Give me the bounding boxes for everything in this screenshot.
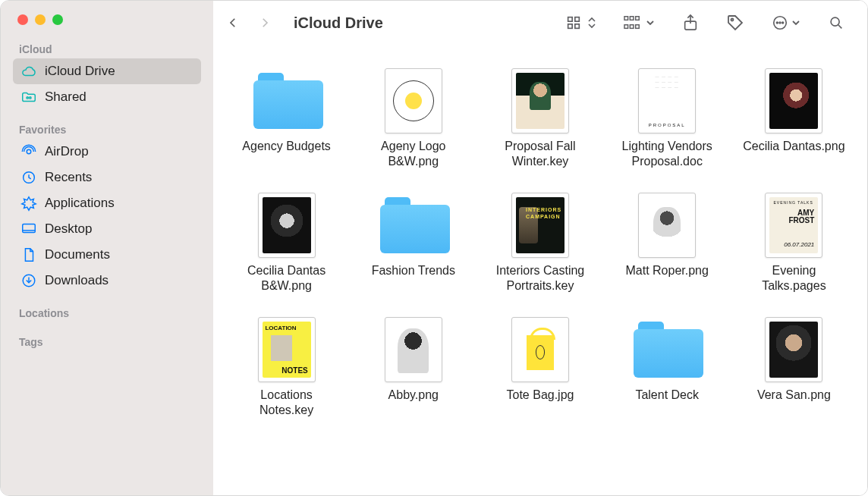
sidebar-item-label: Downloads bbox=[45, 273, 108, 288]
file-grid-area[interactable]: Agency Budgets Ageny Logo B&W.png Propos… bbox=[213, 45, 867, 495]
file-thumbnail bbox=[385, 317, 442, 382]
sidebar-item-desktop[interactable]: Desktop bbox=[13, 216, 201, 242]
item-label: Interiors Casting Portraits.key bbox=[488, 263, 592, 294]
item-thumb: INTERIORSCAMPAIGN bbox=[507, 192, 574, 259]
svg-rect-15 bbox=[636, 25, 640, 29]
sidebar-item-icloud-drive[interactable]: iCloud Drive bbox=[13, 58, 201, 84]
sidebar-header-tags: Tags bbox=[13, 331, 201, 351]
main-content: iCloud Drive bbox=[213, 1, 867, 495]
sidebar-item-shared[interactable]: Shared bbox=[13, 84, 201, 110]
file-item[interactable]: — — — —— — — —— — — —PROPOSAL Lighting V… bbox=[615, 67, 719, 169]
fullscreen-window-button[interactable] bbox=[52, 14, 63, 25]
file-thumbnail bbox=[258, 193, 316, 258]
desktop-icon bbox=[20, 221, 37, 237]
item-thumb: — — — —— — — —— — — —PROPOSAL bbox=[634, 67, 700, 134]
file-item[interactable]: Vera San.png bbox=[742, 316, 846, 418]
sidebar-item-recents[interactable]: Recents bbox=[13, 165, 201, 190]
folder-item[interactable]: Agency Budgets bbox=[234, 67, 338, 169]
tag-icon bbox=[726, 14, 744, 32]
view-mode-button[interactable] bbox=[561, 10, 600, 36]
svg-point-0 bbox=[27, 97, 28, 99]
folder-item[interactable]: Talent Deck bbox=[615, 316, 719, 418]
file-item[interactable]: Proposal Fall Winter.key bbox=[488, 67, 592, 169]
item-thumb bbox=[253, 192, 320, 259]
sidebar-item-airdrop[interactable]: AirDrop bbox=[13, 139, 201, 165]
item-thumb bbox=[634, 192, 700, 259]
chevron-down-icon bbox=[791, 18, 800, 27]
forward-button[interactable] bbox=[251, 9, 278, 36]
minimize-window-button[interactable] bbox=[35, 14, 46, 25]
item-label: Ageny Logo B&W.png bbox=[361, 139, 465, 169]
file-item[interactable]: EVENING TALKSAMYFROST06.07.2021 Evening … bbox=[742, 192, 846, 294]
more-actions-button[interactable] bbox=[767, 10, 805, 36]
svg-point-22 bbox=[831, 17, 839, 26]
close-window-button[interactable] bbox=[17, 14, 28, 25]
airdrop-icon bbox=[20, 143, 37, 160]
file-thumbnail: — — — —— — — —— — — —PROPOSAL bbox=[638, 68, 696, 133]
icon-view-grid-icon bbox=[565, 14, 582, 31]
tags-button[interactable] bbox=[722, 9, 749, 36]
svg-rect-14 bbox=[636, 17, 640, 20]
file-thumbnail bbox=[638, 193, 696, 258]
chevron-down-icon bbox=[646, 18, 655, 27]
file-item[interactable]: Matt Roper.png bbox=[615, 192, 719, 294]
file-item[interactable]: Abby.png bbox=[361, 316, 465, 418]
search-button[interactable] bbox=[823, 10, 849, 36]
file-item[interactable]: Cecilia Dantas.png bbox=[742, 67, 846, 169]
item-thumb bbox=[253, 67, 320, 134]
file-item[interactable]: INTERIORSCAMPAIGN Interiors Casting Port… bbox=[488, 192, 592, 294]
window-controls bbox=[13, 11, 201, 39]
file-item[interactable]: Cecilia Dantas B&W.png bbox=[234, 192, 338, 294]
file-thumbnail bbox=[385, 68, 442, 133]
clock-icon bbox=[20, 169, 37, 186]
sidebar-header-favorites: Favorites bbox=[13, 119, 201, 139]
svg-point-17 bbox=[731, 19, 734, 21]
sidebar-item-label: Recents bbox=[45, 170, 92, 185]
finder-window: iCloud iCloud Drive Shared Favorites bbox=[0, 0, 868, 496]
sidebar-item-label: Desktop bbox=[45, 221, 92, 237]
item-thumb bbox=[380, 67, 447, 134]
toolbar-actions bbox=[561, 9, 849, 36]
item-thumb bbox=[760, 67, 827, 134]
item-label: Vera San.png bbox=[757, 388, 831, 403]
item-label: Fashion Trends bbox=[372, 263, 455, 278]
sidebar-item-applications[interactable]: Applications bbox=[13, 190, 201, 216]
item-thumb bbox=[507, 316, 574, 383]
sidebar-header-icloud: iCloud bbox=[13, 39, 201, 58]
item-label: Lighting Vendors Proposal.doc bbox=[615, 139, 719, 169]
folder-item[interactable]: Fashion Trends bbox=[361, 192, 465, 294]
svg-rect-13 bbox=[630, 25, 634, 29]
window-title: iCloud Drive bbox=[283, 14, 383, 32]
group-by-button[interactable] bbox=[618, 10, 659, 36]
sidebar-item-downloads[interactable]: Downloads bbox=[13, 268, 201, 294]
search-icon bbox=[828, 14, 844, 31]
item-thumb bbox=[760, 316, 827, 383]
svg-rect-7 bbox=[575, 17, 580, 22]
item-label: Proposal Fall Winter.key bbox=[488, 139, 592, 169]
sidebar-item-documents[interactable]: Documents bbox=[13, 242, 201, 268]
group-icon bbox=[623, 14, 643, 31]
file-thumbnail: INTERIORSCAMPAIGN bbox=[511, 193, 569, 258]
item-label: Tote Bag.jpg bbox=[507, 388, 574, 403]
item-thumb bbox=[507, 67, 574, 134]
svg-rect-12 bbox=[630, 17, 634, 20]
item-thumb bbox=[380, 316, 447, 383]
svg-rect-10 bbox=[624, 17, 628, 20]
cloud-icon bbox=[20, 63, 37, 80]
item-thumb bbox=[634, 316, 700, 383]
file-item[interactable]: Tote Bag.jpg bbox=[488, 316, 592, 418]
back-button[interactable] bbox=[219, 9, 247, 36]
sidebar-item-label: Documents bbox=[45, 247, 110, 262]
folder-icon bbox=[253, 73, 320, 129]
file-item[interactable]: Ageny Logo B&W.png bbox=[361, 67, 465, 169]
svg-rect-6 bbox=[568, 17, 573, 22]
sidebar-section-favorites: Favorites AirDrop Recents Applications bbox=[13, 119, 201, 294]
share-icon bbox=[682, 14, 699, 32]
share-button[interactable] bbox=[678, 9, 703, 36]
applications-icon bbox=[20, 195, 37, 212]
svg-point-19 bbox=[776, 22, 778, 24]
item-thumb: LOCATIONNOTES bbox=[253, 316, 320, 383]
sidebar-item-label: Shared bbox=[45, 89, 86, 105]
svg-point-1 bbox=[30, 97, 31, 99]
file-item[interactable]: LOCATIONNOTES Locations Notes.key bbox=[234, 316, 338, 418]
